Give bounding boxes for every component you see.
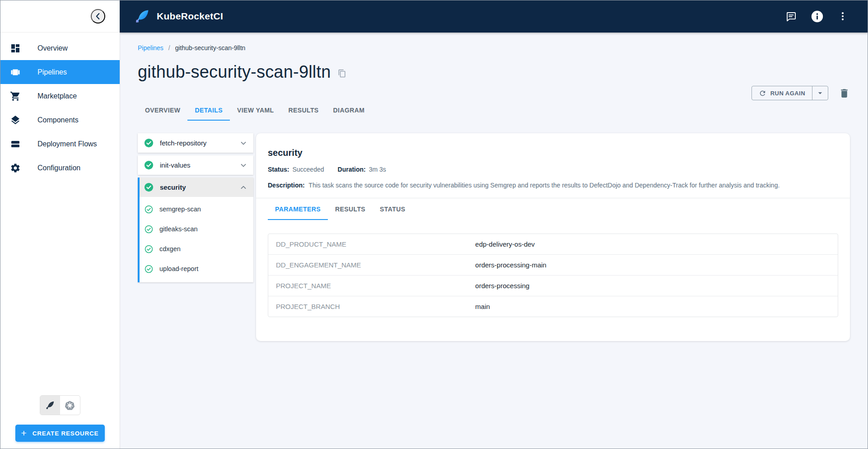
task-name: security bbox=[160, 183, 186, 191]
step-name: gitleaks-scan bbox=[159, 225, 198, 233]
create-resource-label: CREATE RESOURCE bbox=[33, 430, 99, 437]
caret-down-icon bbox=[816, 89, 825, 98]
sidebar-item-pipelines[interactable]: Pipelines bbox=[0, 60, 120, 84]
chevron-up-icon bbox=[239, 183, 248, 192]
dashboard-icon bbox=[10, 43, 21, 54]
check-outline-icon bbox=[145, 265, 153, 273]
sidebar-item-marketplace[interactable]: Marketplace bbox=[0, 84, 120, 108]
cart-icon bbox=[10, 91, 21, 102]
parameters-table: DD_PRODUCT_NAME edp-delivery-os-dev DD_E… bbox=[268, 234, 838, 317]
tab-diagram[interactable]: DIAGRAM bbox=[326, 100, 372, 121]
more-menu-button[interactable] bbox=[837, 11, 848, 22]
kubernetes-view-toggle[interactable] bbox=[60, 396, 80, 415]
stack-icon bbox=[10, 139, 21, 150]
task-row-fetch-repository[interactable]: fetch-repository bbox=[138, 133, 253, 153]
sidebar-item-label: Pipelines bbox=[37, 68, 67, 76]
tab-view-yaml[interactable]: VIEW YAML bbox=[230, 100, 281, 121]
description-label: Description: bbox=[268, 182, 305, 189]
sidebar-footer: + CREATE RESOURCE bbox=[0, 395, 120, 449]
sidebar-item-label: Deployment Flows bbox=[37, 140, 97, 148]
chevron-down-icon bbox=[239, 139, 248, 148]
copy-name-button[interactable] bbox=[338, 69, 346, 78]
step-row-upload-report[interactable]: upload-report bbox=[140, 259, 253, 279]
check-outline-icon bbox=[145, 205, 153, 214]
step-name: cdxgen bbox=[159, 245, 181, 253]
feather-view-toggle[interactable] bbox=[40, 396, 60, 415]
page-toolbar: RUN AGAIN bbox=[751, 86, 850, 100]
sidebar-item-label: Configuration bbox=[37, 164, 80, 172]
chevron-left-icon bbox=[93, 11, 103, 21]
app-header: KubeRocketCI bbox=[120, 0, 868, 33]
sidebar: Overview Pipelines Marketplace Component… bbox=[0, 0, 120, 449]
task-security-group: security semgrep-scan bbox=[138, 178, 253, 282]
task-init-values: init-values bbox=[138, 155, 253, 175]
param-key: DD_ENGAGEMENT_NAME bbox=[268, 255, 467, 275]
header-actions bbox=[785, 10, 848, 23]
param-value: orders-processing bbox=[467, 276, 838, 296]
security-steps: semgrep-scan gitleaks-scan bbox=[140, 197, 253, 282]
sidebar-item-overview[interactable]: Overview bbox=[0, 36, 120, 60]
step-row-semgrep-scan[interactable]: semgrep-scan bbox=[140, 199, 253, 219]
tab-details[interactable]: DETAILS bbox=[187, 100, 230, 121]
sidebar-collapse-button[interactable] bbox=[91, 9, 105, 23]
step-row-cdxgen[interactable]: cdxgen bbox=[140, 239, 253, 259]
run-again-split-button: RUN AGAIN bbox=[751, 86, 828, 100]
breadcrumb-current: github-security-scan-9lltn bbox=[175, 44, 246, 51]
sidebar-item-label: Components bbox=[37, 116, 79, 124]
task-name: fetch-repository bbox=[160, 139, 206, 147]
breadcrumb-pipelines-link[interactable]: Pipelines bbox=[138, 44, 163, 51]
task-detail-card: security Status: Succeeded Duration: 3m … bbox=[256, 133, 850, 341]
page-title: github-security-scan-9lltn bbox=[138, 62, 331, 82]
table-row: PROJECT_BRANCH main bbox=[268, 296, 838, 317]
description-value: This task scans the source code for secu… bbox=[308, 182, 779, 189]
trash-icon bbox=[839, 88, 850, 99]
task-detail-title: security bbox=[268, 148, 838, 158]
sidebar-item-label: Overview bbox=[37, 44, 68, 52]
layers-icon bbox=[10, 115, 21, 126]
sidebar-item-components[interactable]: Components bbox=[0, 108, 120, 132]
sidebar-item-configuration[interactable]: Configuration bbox=[0, 156, 120, 180]
run-again-button[interactable]: RUN AGAIN bbox=[752, 86, 812, 100]
create-resource-button[interactable]: + CREATE RESOURCE bbox=[15, 425, 105, 442]
task-row-security[interactable]: security bbox=[140, 178, 253, 197]
tab-overview[interactable]: OVERVIEW bbox=[138, 100, 187, 121]
param-key: PROJECT_NAME bbox=[268, 276, 467, 296]
plus-icon: + bbox=[21, 428, 27, 438]
subtab-parameters[interactable]: PARAMETERS bbox=[268, 198, 328, 220]
delete-pipeline-button[interactable] bbox=[839, 88, 850, 99]
breadcrumb: Pipelines / github-security-scan-9lltn bbox=[138, 44, 850, 51]
app-title: KubeRocketCI bbox=[157, 11, 223, 22]
check-circle-icon bbox=[144, 160, 154, 170]
param-key: DD_PRODUCT_NAME bbox=[268, 234, 467, 254]
view-toggle-group bbox=[40, 395, 80, 415]
info-button[interactable] bbox=[811, 10, 824, 23]
kebab-menu-icon bbox=[837, 11, 848, 22]
task-name: init-values bbox=[160, 161, 191, 169]
param-value: main bbox=[467, 296, 838, 317]
step-row-gitleaks-scan[interactable]: gitleaks-scan bbox=[140, 219, 253, 239]
status-value: Succeeded bbox=[292, 166, 324, 173]
table-row: DD_PRODUCT_NAME edp-delivery-os-dev bbox=[268, 234, 838, 254]
tab-results[interactable]: RESULTS bbox=[281, 100, 326, 121]
page-content: Pipelines / github-security-scan-9lltn R… bbox=[120, 33, 868, 449]
sidebar-header bbox=[0, 0, 120, 33]
copy-icon bbox=[338, 69, 346, 78]
feedback-button[interactable] bbox=[785, 10, 797, 23]
duration-value: 3m 3s bbox=[369, 166, 386, 173]
run-again-dropdown-button[interactable] bbox=[812, 86, 828, 100]
subtab-status[interactable]: STATUS bbox=[373, 198, 412, 220]
param-value: orders-processing-main bbox=[467, 255, 838, 275]
status-row: Status: Succeeded Duration: 3m 3s bbox=[268, 166, 838, 173]
sidebar-nav: Overview Pipelines Marketplace Component… bbox=[0, 33, 120, 180]
subtab-results[interactable]: RESULTS bbox=[328, 198, 373, 220]
sidebar-item-deployment-flows[interactable]: Deployment Flows bbox=[0, 132, 120, 156]
description-row: Description: This task scans the source … bbox=[268, 181, 838, 190]
status-label: Status: bbox=[268, 166, 289, 173]
kubernetes-view-icon bbox=[65, 400, 75, 411]
check-circle-icon bbox=[144, 182, 154, 192]
gear-icon bbox=[10, 163, 21, 173]
task-row-init-values[interactable]: init-values bbox=[138, 155, 253, 175]
check-outline-icon bbox=[145, 225, 153, 234]
param-key: PROJECT_BRANCH bbox=[268, 296, 467, 317]
table-row: DD_ENGAGEMENT_NAME orders-processing-mai… bbox=[268, 254, 838, 275]
